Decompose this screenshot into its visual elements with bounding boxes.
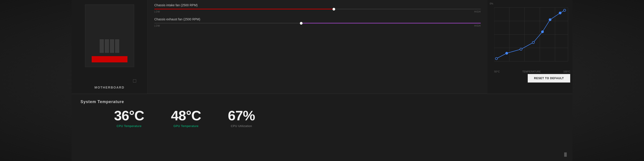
cpu-util-label: CPU Utilization	[231, 124, 252, 128]
chart-point-5[interactable]	[541, 31, 544, 33]
mb-slot-1	[100, 39, 104, 53]
bottom-indicator: ▐▌	[563, 152, 568, 156]
chart-point-4[interactable]	[532, 41, 534, 44]
fan-name-intake: Chassis intake fan (2500 RPM)	[154, 3, 198, 7]
cpu-temp-metric: 36°C CPU Temperature	[114, 109, 144, 128]
chart-x-mid: TEMPERATURE	[522, 70, 541, 73]
chart-point-1[interactable]	[495, 58, 498, 60]
fan-slider-thumb-intake[interactable]	[332, 8, 335, 10]
main-container: MOTHERBOARD Chassis intake fan (2500 RPM…	[72, 0, 572, 161]
chart-panel: 0%	[488, 0, 572, 94]
gpu-temp-metric: 48°C GPU Temperature	[171, 109, 201, 128]
chart-y-label: 0%	[490, 2, 493, 5]
fan-header-exhaust: Chassis exhaust fan (2500 RPM)	[154, 18, 481, 21]
chart-area	[494, 5, 570, 68]
fan-low-exhaust: LOW	[154, 24, 160, 27]
motherboard-label: MOTHERBOARD	[94, 86, 124, 89]
chart-svg	[494, 5, 570, 68]
fan-high-intake: HIGH	[474, 10, 481, 13]
fan-slider-track-exhaust[interactable]	[154, 23, 481, 24]
chart-point-8[interactable]	[564, 9, 566, 12]
bar-chart-icon: ▐▌	[563, 152, 568, 156]
fan-slider-track-intake[interactable]	[154, 9, 481, 10]
fan-name-exhaust: Chassis exhaust fan (2500 RPM)	[154, 18, 200, 21]
gpu-temp-value: 48°C	[171, 109, 201, 122]
fan-control-intake: Chassis intake fan (2500 RPM) LOW HIGH	[154, 3, 481, 13]
mb-checkbox[interactable]	[133, 80, 136, 82]
chart-point-6[interactable]	[549, 18, 551, 21]
fan-header-intake: Chassis intake fan (2500 RPM)	[154, 3, 481, 7]
fan-range-intake: LOW HIGH	[154, 10, 481, 13]
fan-slider-thumb-exhaust[interactable]	[300, 22, 302, 24]
chart-point-2[interactable]	[506, 52, 508, 54]
temp-metrics: 36°C CPU Temperature 48°C GPU Temperatur…	[114, 109, 564, 128]
chart-x-right: 100°C	[563, 70, 570, 73]
mb-slots	[100, 39, 119, 53]
chart-point-3[interactable]	[520, 48, 522, 50]
chart-point-7[interactable]	[559, 12, 561, 14]
system-temperature-title: System Temperature	[80, 100, 564, 104]
cpu-util-metric: 67% CPU Utilization	[228, 109, 255, 128]
chart-x-labels: 50°C TEMPERATURE 100°C	[494, 70, 570, 73]
fan-low-intake: LOW	[154, 10, 160, 13]
cpu-temp-label: CPU Temperature	[117, 124, 142, 128]
chart-x-left: 50°C	[494, 70, 500, 73]
mb-slot-3	[110, 39, 114, 53]
left-panel: MOTHERBOARD	[72, 0, 148, 94]
top-section: MOTHERBOARD Chassis intake fan (2500 RPM…	[72, 0, 572, 94]
mb-slot-2	[105, 39, 109, 53]
mb-bar	[92, 56, 128, 62]
fan-high-exhaust: HIGH	[474, 24, 481, 27]
fan-control-exhaust: Chassis exhaust fan (2500 RPM) LOW HIGH	[154, 18, 481, 27]
gpu-temp-label: GPU Temperature	[174, 124, 198, 128]
fan-controls-panel: Chassis intake fan (2500 RPM) LOW HIGH C…	[148, 0, 488, 94]
bottom-section: System Temperature 36°C CPU Temperature …	[72, 94, 572, 161]
mb-slot-4	[115, 39, 119, 53]
reset-to-default-button[interactable]: RESET TO DEFAULT	[528, 74, 570, 82]
cpu-temp-value: 36°C	[114, 109, 144, 122]
cpu-util-value: 67%	[228, 109, 255, 122]
fan-range-exhaust: LOW HIGH	[154, 24, 481, 27]
motherboard-visual	[85, 4, 134, 67]
